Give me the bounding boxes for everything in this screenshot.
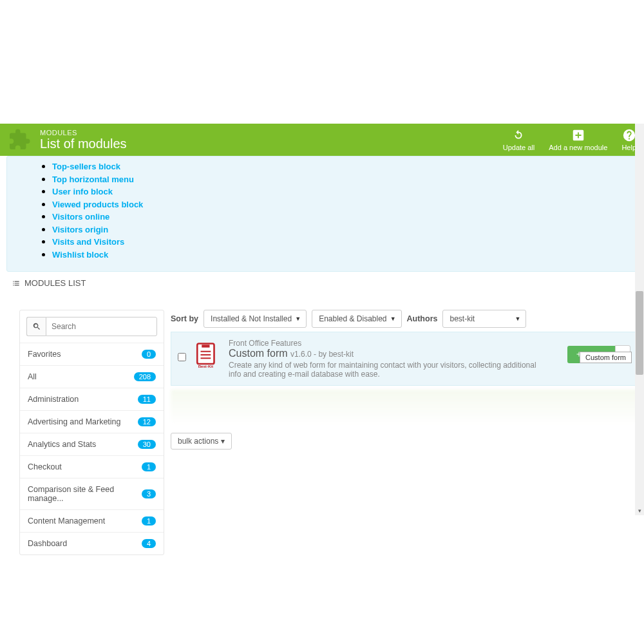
module-description: Create any kind of web form for maintain… — [229, 361, 551, 379]
sidebar-category[interactable]: Favorites0 — [20, 343, 164, 365]
sort-enabled-select[interactable]: Enabled & Disabled — [312, 310, 401, 328]
breadcrumb: MODULES — [40, 129, 127, 137]
help-button[interactable]: Help — [621, 128, 636, 151]
topbar: MODULES List of modules Update all Add a… — [0, 124, 644, 156]
sidebar: Favorites0All208Administration11Advertis… — [19, 310, 164, 555]
authors-label: Authors — [407, 314, 438, 323]
puzzle-icon — [8, 128, 31, 151]
sort-row: Sort by Installed & Not Installed Enable… — [171, 310, 638, 328]
module-link[interactable]: Viewed products block — [52, 200, 143, 209]
count-badge: 11 — [138, 395, 156, 404]
sidebar-category[interactable]: Advertising and Marketing12 — [20, 410, 164, 433]
update-all-button[interactable]: Update all — [503, 128, 535, 151]
count-badge: 30 — [138, 440, 156, 449]
blurred-module-row — [171, 390, 638, 425]
search-icon — [32, 322, 41, 331]
sidebar-category[interactable]: Analytics and Stats30 — [20, 433, 164, 455]
module-icon: Best-Kit — [194, 341, 221, 368]
scroll-down-icon[interactable]: ▾ — [635, 507, 644, 514]
sidebar-category[interactable]: Comparison site & Feed manage...3 — [20, 478, 164, 509]
sidebar-category[interactable]: All208 — [20, 365, 164, 388]
module-link[interactable]: Visitors online — [52, 212, 109, 222]
scrollbar-thumb[interactable] — [636, 291, 643, 375]
caret-down-icon: ▾ — [221, 437, 225, 446]
module-link[interactable]: Top-sellers block — [52, 162, 120, 171]
help-icon — [622, 128, 636, 142]
module-link[interactable]: Visitors origin — [52, 225, 108, 234]
header-titles: MODULES List of modules — [40, 129, 127, 151]
count-badge: 4 — [142, 539, 156, 548]
sort-installed-select[interactable]: Installed & Not Installed — [204, 310, 307, 328]
content: Favorites0All208Administration11Advertis… — [0, 290, 644, 555]
search-row — [20, 310, 164, 343]
sort-label: Sort by — [171, 314, 198, 323]
count-badge: 1 — [142, 462, 156, 471]
page-title: List of modules — [40, 137, 127, 151]
count-badge: 12 — [138, 417, 156, 426]
topbar-left: MODULES List of modules — [8, 128, 127, 151]
info-panel: Top-sellers blockTop horizontal menuUser… — [6, 156, 638, 272]
scrollbar[interactable]: ▾ — [635, 124, 644, 515]
module-row: Best-Kit Front Office Features Custom fo… — [171, 332, 638, 386]
tooltip: Custom form — [580, 352, 632, 363]
sidebar-category[interactable]: Checkout1 — [20, 455, 164, 478]
section-heading: MODULES LIST — [12, 278, 638, 288]
count-badge: 208 — [134, 372, 156, 381]
count-badge: 0 — [142, 350, 156, 359]
module-version: v1.6.0 - by best-kit — [290, 350, 354, 359]
sidebar-category[interactable]: Administration11 — [20, 388, 164, 410]
module-checkbox[interactable] — [178, 353, 186, 361]
sidebar-category[interactable]: Content Management1 — [20, 509, 164, 532]
link-list: Top-sellers blockTop horizontal menuUser… — [14, 160, 630, 261]
module-link[interactable]: Visits and Visitors — [52, 237, 124, 247]
module-link[interactable]: User info block — [52, 187, 113, 196]
bulk-actions-button[interactable]: bulk actions ▾ — [171, 433, 232, 450]
topbar-actions: Update all Add a new module Help — [503, 128, 636, 151]
refresh-icon — [511, 128, 526, 142]
count-badge: 3 — [142, 489, 156, 498]
sidebar-category[interactable]: Dashboard4 — [20, 532, 164, 554]
count-badge: 1 — [142, 516, 156, 526]
module-name: Custom form — [229, 348, 288, 359]
search-input[interactable] — [46, 317, 157, 336]
authors-select[interactable]: best-kit — [442, 310, 526, 328]
add-module-button[interactable]: Add a new module — [549, 128, 607, 151]
main: Sort by Installed & Not Installed Enable… — [171, 310, 638, 555]
search-button[interactable] — [26, 317, 46, 336]
list-icon — [12, 279, 21, 288]
module-link[interactable]: Wishlist block — [52, 250, 108, 260]
module-info: Front Office Features Custom form v1.6.0… — [229, 339, 560, 379]
plus-square-icon — [571, 128, 585, 142]
module-link[interactable]: Top horizontal menu — [52, 175, 134, 184]
module-category: Front Office Features — [229, 339, 560, 348]
svg-text:Best-Kit: Best-Kit — [198, 364, 213, 368]
